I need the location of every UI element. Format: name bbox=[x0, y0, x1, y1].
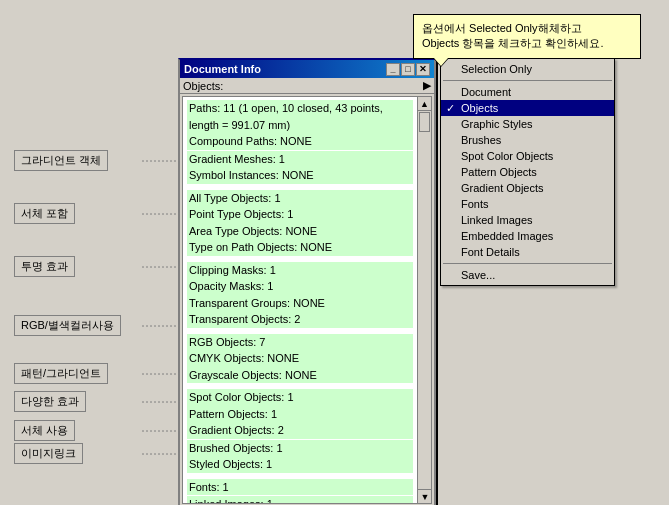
gradient-section: Gradient Meshes: 1 Symbol Instances: NON… bbox=[187, 151, 413, 184]
transparency-section: Clipping Masks: 1 Opacity Masks: 1 Trans… bbox=[187, 262, 413, 328]
all-type: All Type Objects: 1 bbox=[189, 190, 411, 207]
menu-item-fonts[interactable]: Fonts bbox=[441, 196, 614, 212]
transparent-objects: Transparent Objects: 2 bbox=[189, 311, 411, 328]
linked-images: Linked Images: 1 bbox=[189, 496, 411, 504]
menu-item-gradient-objects[interactable]: Gradient Objects bbox=[441, 180, 614, 196]
compound-paths: Compound Paths: NONE bbox=[189, 133, 411, 150]
menu-item-font-details[interactable]: Font Details bbox=[441, 244, 614, 260]
menu-item-save[interactable]: Save... bbox=[441, 267, 614, 283]
window-title: Document Info bbox=[184, 63, 261, 75]
point-type: Point Type Objects: 1 bbox=[189, 206, 411, 223]
menu-item-brushes[interactable]: Brushes bbox=[441, 132, 614, 148]
menu-item-objects[interactable]: Objects bbox=[441, 100, 614, 116]
cmyk-objects: CMYK Objects: NONE bbox=[189, 350, 411, 367]
tooltip-text: 옵션에서 Selected Only해체하고 Objects 항목을 체크하고 … bbox=[422, 22, 604, 49]
area-type: Area Type Objects: NONE bbox=[189, 223, 411, 240]
images-section: Linked Images: 1 Embedded Images: 2 bbox=[187, 496, 413, 504]
scroll-down[interactable]: ▼ bbox=[418, 489, 432, 503]
pattern-section: Spot Color Objects: 1 Pattern Objects: 1… bbox=[187, 389, 413, 439]
menu-item-linked-images[interactable]: Linked Images bbox=[441, 212, 614, 228]
paths-text: Paths: 11 (1 open, 10 closed, 43 points,… bbox=[189, 100, 411, 133]
label-image-link: 이미지링크 bbox=[14, 443, 83, 464]
scroll-thumb[interactable] bbox=[419, 112, 430, 132]
opacity-masks: Opacity Masks: 1 bbox=[189, 278, 411, 295]
objects-label: Objects: bbox=[183, 80, 223, 92]
menu-item-pattern-objects[interactable]: Pattern Objects bbox=[441, 164, 614, 180]
type-section: All Type Objects: 1 Point Type Objects: … bbox=[187, 190, 413, 256]
rgb-section: RGB Objects: 7 CMYK Objects: NONE Graysc… bbox=[187, 334, 413, 384]
minimize-button[interactable]: _ bbox=[386, 63, 400, 76]
label-font-include: 서체 포함 bbox=[14, 203, 75, 224]
maximize-button[interactable]: □ bbox=[401, 63, 415, 76]
brushed-section: Brushed Objects: 1 Styled Objects: 1 bbox=[187, 440, 413, 473]
toolbar: Objects: ▶ bbox=[180, 78, 434, 94]
toolbar-arrow[interactable]: ▶ bbox=[423, 79, 431, 92]
fonts-row: Fonts: 1 bbox=[189, 479, 411, 496]
dropdown-menu: Selection Only Document Objects Graphic … bbox=[440, 58, 615, 286]
label-font-use: 서체 사용 bbox=[14, 420, 75, 441]
type-on-path: Type on Path Objects: NONE bbox=[189, 239, 411, 256]
label-gradient-objects: 그라디언트 객체 bbox=[14, 150, 108, 171]
scrollbar[interactable]: ▲ ▼ bbox=[417, 97, 431, 503]
titlebar: Document Info _ □ ✕ bbox=[180, 60, 434, 78]
paths-section: Paths: 11 (1 open, 10 closed, 43 points,… bbox=[187, 100, 413, 150]
symbol-instances: Symbol Instances: NONE bbox=[189, 167, 411, 184]
menu-item-selection-only[interactable]: Selection Only bbox=[441, 61, 614, 77]
brushed-objects: Brushed Objects: 1 bbox=[189, 440, 411, 457]
gradient-meshes: Gradient Meshes: 1 bbox=[189, 151, 411, 168]
grayscale-objects: Grayscale Objects: NONE bbox=[189, 367, 411, 384]
label-transparency: 투명 효과 bbox=[14, 256, 75, 277]
menu-separator-1 bbox=[443, 80, 612, 81]
gradient-objects-row: Gradient Objects: 2 bbox=[189, 422, 411, 439]
titlebar-controls: _ □ ✕ bbox=[386, 63, 430, 76]
close-button[interactable]: ✕ bbox=[416, 63, 430, 76]
menu-separator-2 bbox=[443, 263, 612, 264]
scroll-up[interactable]: ▲ bbox=[418, 97, 431, 111]
clipping-masks: Clipping Masks: 1 bbox=[189, 262, 411, 279]
label-rgb-color: RGB/별색컬러사용 bbox=[14, 315, 121, 336]
label-various-effects: 다양한 효과 bbox=[14, 391, 86, 412]
fonts-section: Fonts: 1 bbox=[187, 479, 413, 496]
rgb-objects: RGB Objects: 7 bbox=[189, 334, 411, 351]
document-info-window: Document Info _ □ ✕ Objects: ▶ Paths: 11… bbox=[178, 58, 436, 505]
tooltip-balloon: 옵션에서 Selected Only해체하고 Objects 항목을 체크하고 … bbox=[413, 14, 641, 59]
menu-item-document[interactable]: Document bbox=[441, 84, 614, 100]
spot-color-objects: Spot Color Objects: 1 bbox=[189, 389, 411, 406]
label-pattern-gradient: 패턴/그라디언트 bbox=[14, 363, 108, 384]
pattern-objects: Pattern Objects: 1 bbox=[189, 406, 411, 423]
menu-item-spot-color-objects[interactable]: Spot Color Objects bbox=[441, 148, 614, 164]
menu-item-graphic-styles[interactable]: Graphic Styles bbox=[441, 116, 614, 132]
menu-item-embedded-images[interactable]: Embedded Images bbox=[441, 228, 614, 244]
transparent-groups: Transparent Groups: NONE bbox=[189, 295, 411, 312]
styled-objects: Styled Objects: 1 bbox=[189, 456, 411, 473]
